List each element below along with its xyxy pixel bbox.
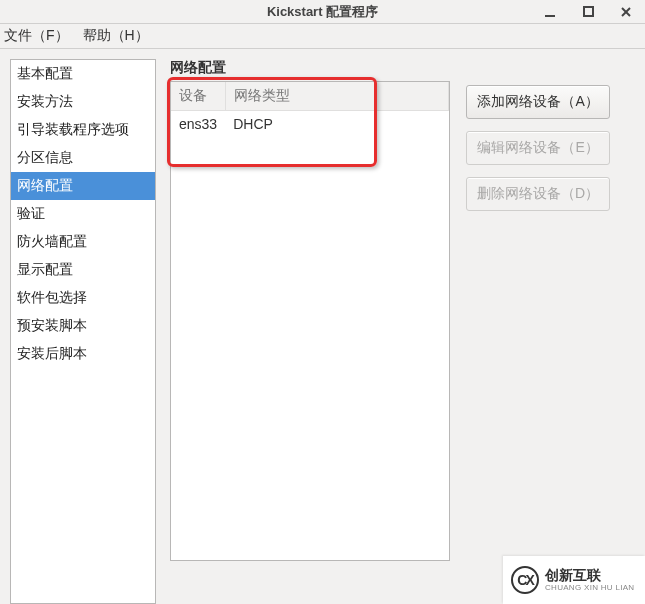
window-controls: [543, 5, 639, 19]
main-row: 设备 网络类型 ens33DHCP 添加网络设备（A） 编辑网络设备（E） 删除…: [170, 81, 635, 604]
main-panel: 网络配置 设备 网络类型 ens33DHCP 添加网络设备（A） 编辑网络设备（…: [170, 59, 635, 604]
watermark-logo-icon: CX: [511, 566, 539, 594]
delete-device-button[interactable]: 删除网络设备（D）: [466, 177, 610, 211]
add-device-button[interactable]: 添加网络设备（A）: [466, 85, 610, 119]
col-header-type[interactable]: 网络类型: [225, 82, 448, 111]
group-label-network: 网络配置: [170, 59, 635, 77]
sidebar-item-0[interactable]: 基本配置: [11, 60, 155, 88]
cell-type: DHCP: [225, 111, 448, 138]
sidebar-item-2[interactable]: 引导装载程序选项: [11, 116, 155, 144]
col-header-device[interactable]: 设备: [171, 82, 225, 111]
sidebar-item-1[interactable]: 安装方法: [11, 88, 155, 116]
device-table[interactable]: 设备 网络类型 ens33DHCP: [171, 82, 449, 137]
sidebar-item-6[interactable]: 防火墙配置: [11, 228, 155, 256]
button-column: 添加网络设备（A） 编辑网络设备（E） 删除网络设备（D）: [466, 81, 610, 604]
content: 基本配置安装方法引导装载程序选项分区信息网络配置验证防火墙配置显示配置软件包选择…: [0, 49, 645, 604]
device-table-wrap: 设备 网络类型 ens33DHCP: [170, 81, 450, 561]
sidebar-item-5[interactable]: 验证: [11, 200, 155, 228]
sidebar-item-7[interactable]: 显示配置: [11, 256, 155, 284]
sidebar-item-9[interactable]: 预安装脚本: [11, 312, 155, 340]
svg-rect-1: [584, 7, 593, 16]
menu-help[interactable]: 帮助（H）: [83, 27, 149, 45]
menu-file[interactable]: 文件（F）: [4, 27, 69, 45]
menubar: 文件（F） 帮助（H）: [0, 24, 645, 48]
watermark-text-zh: 创新互联: [545, 567, 634, 583]
close-icon[interactable]: [619, 5, 633, 19]
sidebar-item-8[interactable]: 软件包选择: [11, 284, 155, 312]
cell-device: ens33: [171, 111, 225, 138]
edit-device-button[interactable]: 编辑网络设备（E）: [466, 131, 610, 165]
watermark: CX 创新互联 CHUANG XIN HU LIAN: [503, 556, 645, 604]
table-row[interactable]: ens33DHCP: [171, 111, 449, 138]
minimize-icon[interactable]: [543, 5, 557, 19]
sidebar-item-10[interactable]: 安装后脚本: [11, 340, 155, 368]
maximize-icon[interactable]: [581, 5, 595, 19]
titlebar: Kickstart 配置程序: [0, 0, 645, 23]
watermark-text-en: CHUANG XIN HU LIAN: [545, 583, 634, 592]
sidebar-item-3[interactable]: 分区信息: [11, 144, 155, 172]
sidebar-item-4[interactable]: 网络配置: [11, 172, 155, 200]
sidebar: 基本配置安装方法引导装载程序选项分区信息网络配置验证防火墙配置显示配置软件包选择…: [10, 59, 156, 604]
